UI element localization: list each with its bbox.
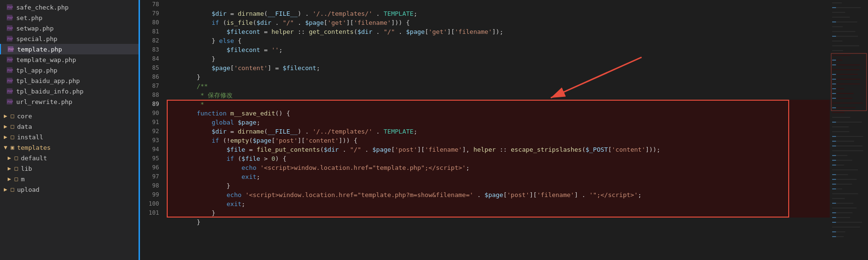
folder-label: install (17, 134, 43, 141)
line-num-84: 84 (144, 54, 159, 63)
code-line-91: $dir = dirname(__FILE__) . '/../template… (167, 118, 830, 127)
svg-text:PHP: PHP (7, 27, 13, 31)
php-file-icon: PHP (6, 35, 13, 42)
line-num-85: 85 (144, 63, 159, 73)
svg-text:PHP: PHP (7, 16, 13, 20)
svg-text:PHP: PHP (7, 6, 13, 10)
folder-icon: ▶ □ (8, 165, 18, 172)
file-label: special.php (16, 35, 57, 42)
file-label: tpl_app.php (16, 67, 57, 74)
line-num-79: 79 (144, 9, 159, 18)
file-tree[interactable]: PHP safe_check.php PHP set.php PHP setwa… (0, 0, 139, 260)
sidebar-item-template-wap[interactable]: PHP template_wap.php (0, 54, 139, 65)
php-file-icon: PHP (6, 14, 13, 21)
file-label: template_wap.php (16, 56, 76, 63)
svg-text:PHP: PHP (7, 90, 13, 94)
line-num-94: 94 (144, 145, 159, 154)
line-num-90: 90 (144, 109, 159, 118)
file-label: setwap.php (16, 25, 54, 32)
line-num-100: 100 (144, 199, 159, 208)
folder-icon: ▶ □ (4, 186, 14, 193)
svg-text:PHP: PHP (7, 79, 13, 83)
svg-text:PHP: PHP (7, 37, 13, 41)
folder-icon: ▶ □ (4, 123, 14, 130)
file-label: tpl_baidu_info.php (16, 88, 84, 95)
svg-text:PHP: PHP (7, 69, 13, 73)
code-line-98: echo '<script>window.location.href="temp… (167, 181, 830, 190)
svg-text:PHP: PHP (7, 58, 13, 62)
code-line-87: * 保存修改 (167, 82, 830, 91)
sidebar-item-safe-check[interactable]: PHP safe_check.php (0, 2, 139, 12)
folder-label: lib (21, 165, 32, 172)
code-line-88: * (167, 91, 830, 100)
svg-text:PHP: PHP (7, 100, 13, 104)
folder-lib[interactable]: ▶ □ lib (0, 163, 139, 174)
folder-core[interactable]: ▶ □ core (0, 111, 139, 121)
file-label: tpl_baidu_app.php (16, 77, 80, 84)
folder-default[interactable]: ▶ □ default (0, 153, 139, 163)
file-label: url_rewrite.php (16, 98, 72, 105)
php-file-icon: PHP (6, 24, 13, 32)
line-num-101: 101 (144, 208, 159, 218)
folder-label: m (21, 176, 25, 183)
code-line-78: $dir = dirname(__FILE__) . '/../template… (167, 0, 830, 9)
line-numbers: 78 79 80 81 82 83 84 85 86 87 88 89 90 9… (140, 0, 163, 218)
code-line-101: } (167, 208, 830, 218)
folder-label: default (21, 155, 47, 162)
sidebar-item-setwap[interactable]: PHP setwap.php (0, 23, 139, 33)
sidebar-item-special[interactable]: PHP special.php (0, 33, 139, 44)
sidebar-item-tpl-baidu-info[interactable]: PHP tpl_baidu_info.php (0, 86, 139, 96)
sidebar-item-template[interactable]: PHP template.php (0, 44, 139, 54)
php-file-icon: PHP (6, 77, 13, 84)
code-line-100: } (167, 199, 830, 208)
code-line-82: $filecont = ''; (167, 36, 830, 45)
line-num-86: 86 (144, 73, 159, 82)
line-num-92: 92 (144, 127, 159, 136)
line-num-87: 87 (144, 82, 159, 91)
line-num-96: 96 (144, 163, 159, 172)
folder-open-icon: ▼ ▣ (4, 144, 14, 151)
folder-icon: ▶ □ (8, 155, 18, 161)
file-label: set.php (16, 14, 43, 21)
php-file-icon: PHP (7, 45, 14, 53)
php-file-icon: PHP (6, 56, 13, 63)
file-label: template.php (17, 46, 62, 53)
file-label: safe_check.php (16, 4, 69, 11)
line-num-97: 97 (144, 172, 159, 181)
php-file-icon: PHP (6, 98, 13, 105)
sidebar-item-url-rewrite[interactable]: PHP url_rewrite.php (0, 96, 139, 107)
folder-label: core (17, 113, 32, 120)
php-file-icon: PHP (6, 3, 13, 11)
line-num-81: 81 (144, 27, 159, 36)
sidebar-item-tpl-baidu-app[interactable]: PHP tpl_baidu_app.php (0, 75, 139, 86)
folder-data[interactable]: ▶ □ data (0, 121, 139, 132)
folder-templates[interactable]: ▼ ▣ templates (0, 142, 139, 153)
code-line-89: function m__save_edit() { (167, 100, 830, 109)
code-content[interactable]: $dir = dirname(__FILE__) . '/../template… (163, 0, 830, 218)
sidebar-item-tpl-app[interactable]: PHP tpl_app.php (0, 65, 139, 75)
folder-m[interactable]: ▶ □ m (0, 174, 139, 184)
code-line-86: /** (167, 73, 830, 82)
line-num-83: 83 (144, 45, 159, 54)
folder-upload[interactable]: ▶ □ upload (0, 184, 139, 195)
folder-icon: ▶ □ (8, 176, 18, 182)
folder-label: upload (17, 186, 40, 193)
svg-text:PHP: PHP (8, 48, 14, 52)
folder-icon: ▶ □ (4, 134, 14, 140)
line-num-78: 78 (144, 0, 159, 9)
folder-icon: ▶ □ (4, 113, 14, 119)
php-file-icon: PHP (6, 87, 13, 95)
line-num-93: 93 (144, 136, 159, 145)
code-line-84: $page['content'] = $filecont; (167, 54, 830, 63)
line-num-98: 98 (144, 181, 159, 190)
line-num-99: 99 (144, 190, 159, 199)
code-editor[interactable]: 78 79 80 81 82 83 84 85 86 87 88 89 90 9… (140, 0, 830, 260)
folder-install[interactable]: ▶ □ install (0, 132, 139, 142)
line-num-95: 95 (144, 154, 159, 163)
line-num-80: 80 (144, 18, 159, 27)
sidebar-item-set[interactable]: PHP set.php (0, 12, 139, 23)
code-line-97: } (167, 172, 830, 181)
line-num-82: 82 (144, 36, 159, 45)
folder-label: data (17, 123, 32, 130)
line-num-91: 91 (144, 118, 159, 127)
